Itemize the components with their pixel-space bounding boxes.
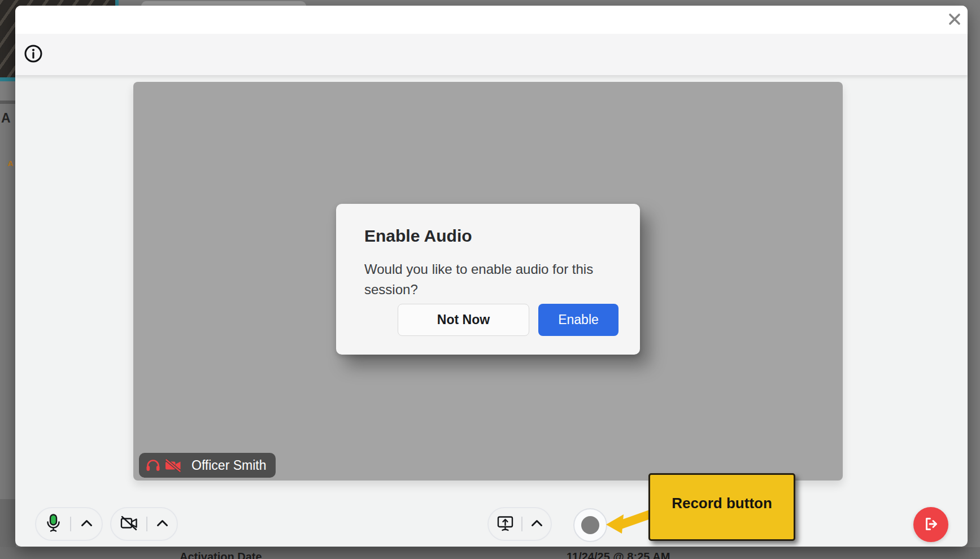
- pill-divider: [521, 517, 522, 531]
- close-icon: [948, 13, 961, 27]
- dialog-title: Enable Audio: [364, 225, 619, 247]
- info-icon: [24, 44, 43, 65]
- background-partial-text: A: [1, 111, 15, 125]
- record-button-annotation: Record button: [648, 473, 795, 541]
- screen-share-options-button[interactable]: [531, 519, 543, 529]
- camera-options-button[interactable]: [156, 519, 168, 529]
- modal-header: [15, 6, 968, 34]
- info-button[interactable]: [24, 45, 43, 64]
- enable-audio-dialog: Enable Audio Would you like to enable au…: [336, 204, 640, 355]
- background-partial-glyph: A: [7, 159, 15, 166]
- headphones-icon: [146, 459, 160, 472]
- close-button[interactable]: [944, 10, 965, 30]
- camera-off-icon: [120, 516, 138, 532]
- background-bottom-strip: [0, 547, 980, 559]
- participant-name: Officer Smith: [191, 458, 267, 473]
- screen-share-control: [487, 507, 552, 541]
- participant-name-tag: Officer Smith: [139, 453, 276, 478]
- activation-date-value: 11/24/25 @ 8:25 AM: [567, 551, 670, 559]
- not-now-button[interactable]: Not Now: [398, 304, 529, 336]
- dialog-button-row: Not Now Enable: [364, 304, 619, 336]
- logout-icon: [923, 516, 939, 534]
- modal-subheader: [15, 34, 968, 75]
- microphone-icon: [46, 514, 61, 534]
- pill-divider: [146, 517, 147, 531]
- record-button[interactable]: [573, 508, 607, 542]
- dialog-message: Would you like to enable audio for this …: [364, 259, 625, 300]
- pill-divider: [70, 517, 71, 531]
- background-page-band: [0, 81, 16, 101]
- microphone-control: [35, 507, 103, 541]
- record-icon: [581, 516, 599, 534]
- chevron-up-icon: [81, 519, 93, 529]
- microphone-options-button[interactable]: [81, 519, 93, 529]
- camera-off-icon: [165, 459, 181, 472]
- chevron-up-icon: [156, 519, 168, 529]
- enable-button[interactable]: Enable: [538, 304, 619, 336]
- screen-share-button[interactable]: [497, 516, 513, 533]
- screen-share-icon: [497, 516, 513, 533]
- annotation-label: Record button: [672, 495, 772, 512]
- camera-toggle-button[interactable]: [120, 516, 138, 532]
- camera-control: [110, 507, 178, 541]
- leave-session-button[interactable]: [913, 507, 948, 542]
- microphone-toggle-button[interactable]: [46, 514, 61, 534]
- chevron-up-icon: [531, 519, 543, 529]
- activation-date-label: Activation Date: [180, 551, 262, 559]
